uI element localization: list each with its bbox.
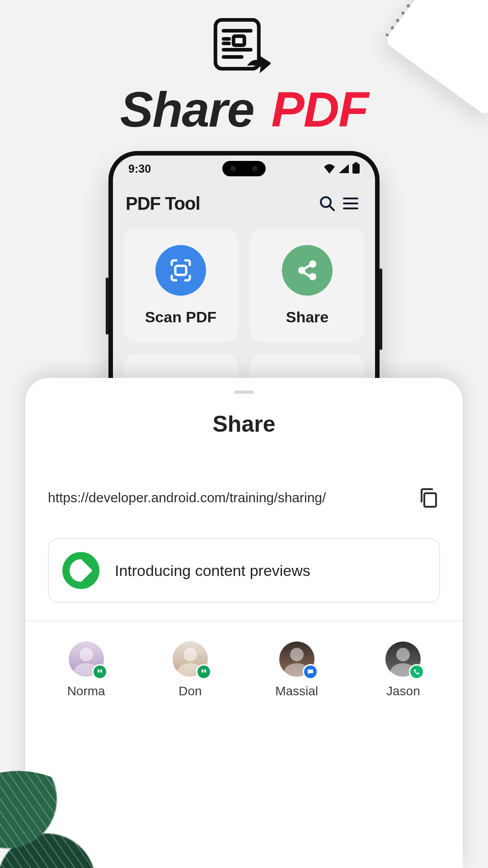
svg-rect-22 bbox=[424, 493, 436, 507]
battery-icon bbox=[352, 164, 360, 174]
app-bar: PDF Tool bbox=[113, 185, 375, 222]
hangouts-badge-icon bbox=[196, 664, 211, 679]
url-row: https://developer.android.com/training/s… bbox=[25, 486, 463, 509]
headline-word-2: PDF bbox=[271, 81, 368, 137]
page-headline: Share PDF bbox=[0, 80, 488, 138]
sheet-handle[interactable] bbox=[234, 391, 254, 394]
hero-document-share-icon bbox=[207, 17, 271, 76]
messages-badge-icon bbox=[303, 664, 318, 679]
content-preview-text: Introducing content previews bbox=[115, 562, 310, 580]
search-icon bbox=[319, 195, 336, 212]
contact-name: Norma bbox=[67, 684, 105, 698]
hangouts-badge-icon bbox=[92, 664, 108, 679]
share-circle bbox=[282, 245, 333, 296]
menu-button[interactable] bbox=[339, 192, 362, 215]
contact-strip: Norma Don Massial bbox=[25, 621, 463, 698]
card-scan-pdf[interactable]: Scan PDF bbox=[123, 228, 239, 343]
svg-rect-12 bbox=[175, 266, 186, 275]
app-title: PDF Tool bbox=[126, 193, 200, 214]
share-icon bbox=[295, 258, 319, 283]
hamburger-icon bbox=[343, 197, 359, 210]
search-button[interactable] bbox=[315, 192, 339, 215]
shared-url: https://developer.android.com/training/s… bbox=[48, 490, 404, 505]
status-bar: 9:30 bbox=[113, 156, 375, 182]
android-q-icon bbox=[62, 552, 99, 589]
phone-badge-icon bbox=[409, 664, 424, 679]
contact-name: Don bbox=[178, 684, 202, 698]
contact-name: Massial bbox=[275, 684, 318, 698]
contact-don[interactable]: Don bbox=[173, 642, 208, 698]
share-sheet: Share https://developer.android.com/trai… bbox=[25, 378, 463, 868]
avatar bbox=[69, 642, 104, 677]
contact-name: Jason bbox=[386, 684, 420, 698]
card-share-label: Share bbox=[286, 308, 329, 326]
avatar bbox=[279, 642, 314, 677]
svg-rect-6 bbox=[234, 36, 244, 45]
contact-massial[interactable]: Massial bbox=[275, 642, 318, 698]
contact-norma[interactable]: Norma bbox=[67, 642, 105, 698]
headline-word-1: Share bbox=[120, 81, 254, 137]
card-scan-label: Scan PDF bbox=[145, 308, 217, 326]
wifi-icon bbox=[324, 164, 335, 174]
contact-jason[interactable]: Jason bbox=[385, 642, 421, 698]
svg-rect-17 bbox=[301, 270, 311, 278]
copy-button[interactable] bbox=[417, 486, 440, 509]
status-time: 9:30 bbox=[128, 162, 151, 175]
scan-icon bbox=[168, 258, 193, 283]
avatar bbox=[385, 642, 421, 677]
svg-line-8 bbox=[330, 206, 334, 210]
avatar bbox=[173, 642, 208, 677]
sheet-title: Share bbox=[25, 411, 463, 437]
content-preview-card[interactable]: Introducing content previews bbox=[48, 538, 440, 603]
cellular-icon bbox=[339, 164, 349, 173]
scan-circle bbox=[155, 245, 206, 296]
copy-icon bbox=[418, 487, 439, 509]
card-share[interactable]: Share bbox=[249, 228, 365, 343]
